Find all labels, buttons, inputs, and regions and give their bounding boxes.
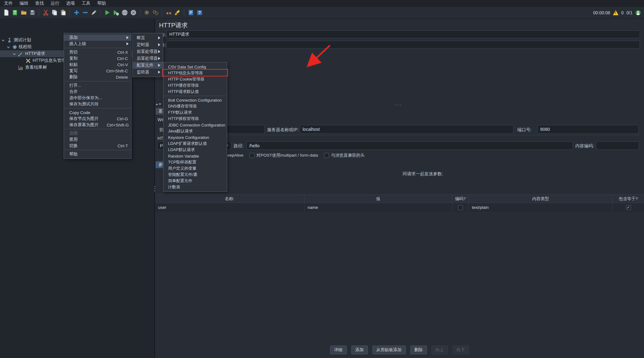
- menu-item[interactable]: 用户定义的变量: [163, 165, 227, 172]
- menu-item[interactable]: 复写Ctrl+Shift-C: [64, 68, 131, 74]
- menu-item[interactable]: 保存屏幕为图片Ctrl+Shift-G: [64, 122, 131, 128]
- server-name-input[interactable]: [300, 125, 514, 134]
- menu-item[interactable]: Keystore Configuration: [163, 134, 227, 140]
- menu-item[interactable]: 粘贴Ctrl-V: [64, 62, 131, 68]
- menubar-item-查找[interactable]: 查找: [32, 0, 47, 7]
- menu-item[interactable]: 合并: [64, 89, 131, 95]
- menu-item[interactable]: LDAP默认请求: [163, 147, 227, 153]
- menu-item[interactable]: 切换Ctrl-T: [64, 143, 131, 149]
- menu-item[interactable]: Bolt Connection Configuration: [163, 97, 227, 103]
- menu-item[interactable]: 复制Ctrl-C: [64, 55, 131, 62]
- menubar-item-选项[interactable]: 选项: [63, 0, 78, 7]
- encoding-input[interactable]: [596, 141, 639, 150]
- menu-item[interactable]: 登陆配置元件/素: [163, 172, 227, 178]
- splitter-grip-icon[interactable]: •••: [153, 186, 156, 194]
- column-header[interactable]: 编码?: [452, 195, 469, 203]
- button-删除[interactable]: 删除: [410, 346, 427, 354]
- menu-item[interactable]: 保存为测试片段: [64, 101, 131, 107]
- search-icon[interactable]: [165, 9, 173, 17]
- menu-item[interactable]: JDBC Connection Configuration: [163, 122, 227, 128]
- start-icon[interactable]: [103, 9, 111, 17]
- button-详细[interactable]: 详细: [330, 346, 347, 354]
- menu-item[interactable]: 保存节点为图片Ctrl-G: [64, 116, 131, 122]
- menu-item[interactable]: HTTP授权管理器: [163, 116, 227, 122]
- chevron-down-icon[interactable]: [12, 52, 16, 56]
- menu-item[interactable]: 定时器: [133, 41, 163, 48]
- clear-icon[interactable]: [143, 9, 151, 17]
- menu-item[interactable]: HTTP请求默认值: [163, 89, 227, 95]
- menu-item[interactable]: DNS缓存管理器: [163, 103, 227, 109]
- edit-icon[interactable]: [90, 9, 98, 17]
- column-header[interactable]: 包含等于?: [613, 195, 644, 203]
- menu-item[interactable]: 添加: [64, 34, 131, 41]
- menu-item[interactable]: 监听器: [133, 69, 163, 76]
- menu-item[interactable]: HTTP Cookie管理器: [163, 76, 227, 82]
- column-header[interactable]: 名称:: [155, 195, 304, 203]
- paste-icon[interactable]: [59, 9, 67, 17]
- menubar-item-文件[interactable]: 文件: [1, 0, 16, 7]
- button-添加[interactable]: 添加: [351, 346, 368, 354]
- menu-item[interactable]: HTTP缓存管理器: [163, 82, 227, 89]
- menu-item[interactable]: 禁用: [64, 136, 131, 143]
- menubar-item-帮助[interactable]: 帮助: [94, 0, 109, 7]
- toolbar-icons: STOP?: [2, 9, 204, 17]
- copy-icon[interactable]: [50, 9, 58, 17]
- path-input[interactable]: [246, 141, 573, 150]
- open-icon[interactable]: [20, 9, 28, 17]
- menu-item[interactable]: 剪切Ctrl-X: [64, 49, 131, 55]
- pane-collapse-down-icon[interactable]: [159, 103, 161, 105]
- menu-item[interactable]: Random Variable: [163, 153, 227, 159]
- start-no-timers-icon[interactable]: [112, 9, 120, 17]
- subtract-icon[interactable]: [81, 9, 89, 17]
- thread-group-icon: [12, 44, 17, 50]
- multipart-checkbox[interactable]: [249, 153, 254, 158]
- menubar-item-工具[interactable]: 工具: [78, 0, 94, 7]
- cut-icon[interactable]: [42, 9, 50, 17]
- chevron-down-icon[interactable]: [1, 38, 5, 42]
- comments-input[interactable]: [167, 41, 640, 48]
- port-input[interactable]: [537, 125, 639, 134]
- table-row[interactable]: usernametext/plain: [155, 203, 644, 212]
- menubar-item-编辑[interactable]: 编辑: [16, 0, 32, 7]
- save-icon[interactable]: [28, 9, 36, 17]
- menu-item[interactable]: 打开...: [64, 82, 131, 89]
- menu-item[interactable]: 删除Delete: [64, 74, 131, 80]
- pane-collapse-up-icon[interactable]: [156, 103, 158, 105]
- menu-item[interactable]: 后置处理器: [133, 55, 163, 62]
- warning-icon[interactable]: [613, 10, 619, 15]
- menu-item[interactable]: 选中部分保存为...: [64, 95, 131, 101]
- browser-headers-checkbox[interactable]: [324, 153, 329, 158]
- menu-item[interactable]: 插入上级: [64, 41, 131, 47]
- new-file-icon[interactable]: [2, 9, 10, 17]
- menu-item-label: FTP默认请求: [168, 110, 192, 115]
- server-name-label: 服务器名称或IP:: [267, 127, 299, 133]
- button-从剪贴板添加[interactable]: 从剪贴板添加: [372, 346, 406, 354]
- add-icon[interactable]: [72, 9, 80, 17]
- menu-item[interactable]: TCP取样器配置: [163, 159, 227, 165]
- include-equals-checkbox[interactable]: [626, 205, 631, 210]
- pane-splitter-dots[interactable]: ···: [395, 102, 402, 108]
- menu-item[interactable]: 计数器: [163, 184, 227, 190]
- reset-search-icon[interactable]: [173, 9, 181, 17]
- help-icon[interactable]: ?: [195, 9, 203, 17]
- menu-item[interactable]: 帮助: [64, 151, 131, 157]
- menu-item[interactable]: Java默认请求: [163, 128, 227, 134]
- shutdown-icon[interactable]: [129, 9, 137, 17]
- menu-item[interactable]: 前置处理器: [133, 48, 163, 55]
- menu-item[interactable]: 配置元件: [133, 62, 163, 69]
- chevron-down-icon[interactable]: [7, 45, 10, 49]
- name-input[interactable]: [167, 30, 640, 38]
- function-helper-icon[interactable]: [187, 9, 195, 17]
- menu-item[interactable]: Copy Code: [64, 109, 131, 116]
- menu-item[interactable]: 断言: [133, 34, 163, 41]
- column-header[interactable]: 值: [304, 195, 452, 203]
- encode-checkbox[interactable]: [458, 205, 463, 210]
- clear-all-icon[interactable]: [151, 9, 159, 17]
- column-header[interactable]: 内容类型: [469, 195, 613, 203]
- menu-item[interactable]: 简单配置元件: [163, 178, 227, 184]
- menu-item[interactable]: LDAP扩展请求默认值: [163, 140, 227, 147]
- menubar-item-运行[interactable]: 运行: [47, 0, 63, 7]
- stop-icon[interactable]: STOP: [121, 9, 129, 17]
- menu-item[interactable]: FTP默认请求: [163, 109, 227, 116]
- templates-icon[interactable]: [11, 9, 19, 17]
